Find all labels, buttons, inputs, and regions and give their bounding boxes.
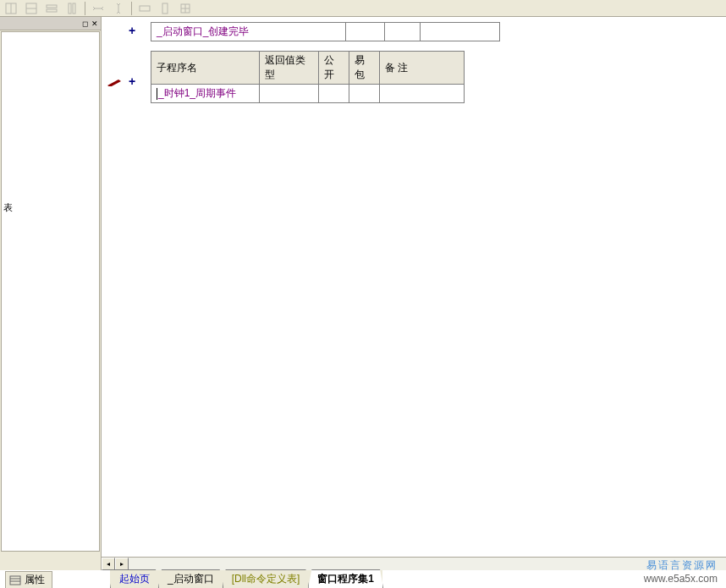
toolbar	[0, 0, 726, 17]
tab-startpage[interactable]: 起始页	[110, 569, 159, 588]
properties-label: 属性	[25, 573, 45, 587]
svg-rect-6	[69, 3, 71, 14]
svg-rect-5	[47, 9, 57, 12]
svg-rect-9	[162, 3, 168, 14]
scroll-right-icon[interactable]: ▸	[115, 558, 129, 570]
tab-winprocset[interactable]: 窗口程序集1	[308, 569, 383, 588]
scroll-left-icon[interactable]: ◂	[102, 558, 115, 570]
watermark-text: 易语言资源网	[644, 558, 718, 573]
toolbar-btn-5[interactable]	[89, 1, 107, 16]
toolbar-btn-7[interactable]	[135, 1, 154, 16]
col-remark: 备 注	[380, 52, 465, 85]
cell[interactable]	[349, 85, 380, 103]
panel-side-text: 表	[3, 201, 13, 214]
left-panel: ◻ ✕ 表	[0, 17, 102, 570]
expand-icon[interactable]: +	[129, 24, 135, 37]
cell[interactable]	[260, 85, 319, 103]
svg-rect-7	[73, 3, 75, 14]
pen-icon	[107, 78, 124, 86]
panel-close-icon[interactable]: ✕	[91, 19, 99, 28]
properties-icon	[9, 575, 21, 585]
toolbar-btn-6[interactable]	[109, 1, 128, 16]
cell[interactable]	[380, 85, 465, 103]
col-public: 公开	[319, 52, 349, 85]
toolbar-separator	[85, 2, 85, 15]
scroll-track[interactable]	[129, 558, 726, 570]
proc-name-cell[interactable]: _启动窗口_创建完毕	[151, 23, 346, 41]
col-name: 子程序名	[151, 52, 260, 85]
toolbar-btn-2[interactable]	[22, 1, 41, 16]
bottom-tabs: 起始页 _启动窗口 [Dll命令定义表] 窗口程序集1	[110, 570, 382, 588]
tab-dll[interactable]: [Dll命令定义表]	[223, 569, 310, 588]
col-easypkg: 易包	[349, 52, 380, 85]
col-rettype: 返回值类型	[260, 52, 319, 85]
tab-startwindow[interactable]: _启动窗口	[158, 569, 223, 588]
panel-dock-icon[interactable]: ◻	[80, 19, 89, 28]
svg-rect-4	[47, 5, 57, 8]
watermark-url: www.e5a5x.com	[644, 573, 718, 585]
watermark: 易语言资源网 www.e5a5x.com	[644, 558, 718, 585]
toolbar-separator	[131, 2, 132, 15]
code-row-1: _启动窗口_创建完毕	[151, 22, 500, 41]
cell[interactable]	[346, 23, 385, 41]
gutter: + +	[102, 17, 144, 570]
cell[interactable]	[385, 23, 421, 41]
expand-icon[interactable]: +	[129, 74, 135, 88]
properties-tab[interactable]: 属性	[5, 571, 52, 588]
toolbar-btn-9[interactable]	[176, 1, 195, 16]
cell[interactable]	[319, 85, 349, 103]
panel-header: ◻ ✕	[0, 17, 101, 30]
code-table-2: 子程序名 返回值类型 公开 易包 备 注 _时钟1_周期事件	[151, 51, 465, 103]
proc-name-cell[interactable]: _时钟1_周期事件	[151, 85, 260, 103]
panel-body: 表	[1, 31, 100, 552]
toolbar-btn-8[interactable]	[156, 1, 174, 16]
code-area: + + _启动窗口_创建完毕 子程序名 返回值类型 公开 易包 备 注 _时钟1…	[102, 17, 726, 570]
toolbar-btn-1[interactable]	[2, 1, 20, 16]
horizontal-scrollbar[interactable]: ◂ ▸	[102, 557, 726, 570]
svg-rect-8	[140, 6, 150, 11]
svg-rect-13	[10, 576, 20, 585]
toolbar-btn-4[interactable]	[63, 1, 81, 16]
toolbar-btn-3[interactable]	[42, 1, 61, 16]
cell[interactable]	[421, 23, 500, 41]
